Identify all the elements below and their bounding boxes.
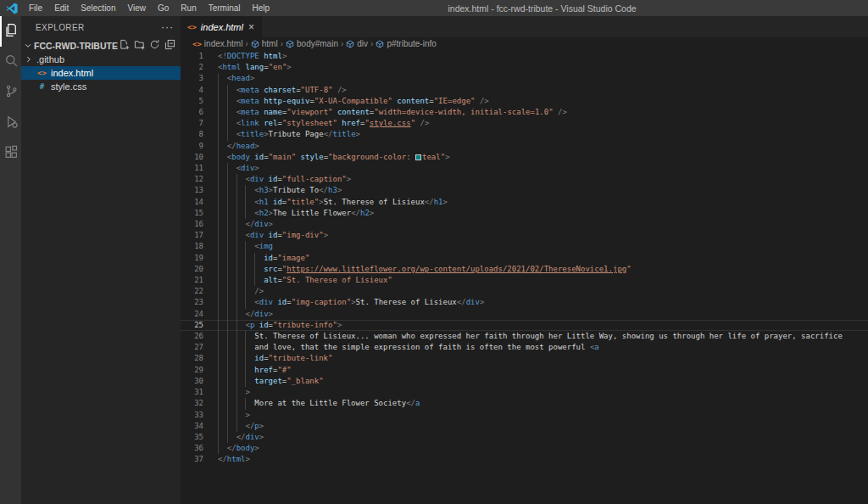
code-line-13[interactable]: 13 <h3>Tribute To</h3> (181, 185, 868, 196)
code-line-1[interactable]: 1<!DOCTYPE html> (181, 51, 868, 62)
indent-guide (236, 387, 246, 398)
breadcrumb-label: html (262, 39, 278, 48)
code-line-37[interactable]: 37</html> (181, 454, 868, 465)
activity-extensions[interactable] (0, 138, 21, 169)
code-line-30[interactable]: 30 target="_blank" (181, 376, 868, 387)
code-line-15[interactable]: 15 <h2>The Little Flower</h2> (181, 208, 868, 219)
code-line-4[interactable]: 4 <meta charset="UTF-8" /> (181, 85, 868, 96)
file-tree-item-index-html[interactable]: <>index.html (21, 66, 181, 80)
code-line-18[interactable]: 18 <img (181, 241, 868, 252)
code-line-3[interactable]: 3 <head> (181, 73, 868, 84)
symbol-cube-icon (286, 40, 294, 48)
new-folder-icon[interactable] (134, 39, 145, 52)
activity-bar (0, 16, 21, 504)
indent-guide (218, 73, 227, 84)
indent-guide (227, 219, 236, 230)
code-line-9[interactable]: 9 </head> (181, 141, 868, 152)
indent-guide (236, 297, 246, 308)
menu-view[interactable]: View (122, 0, 153, 16)
html-file-icon: <> (36, 69, 47, 77)
collapse-all-icon[interactable] (164, 39, 175, 52)
code-line-23[interactable]: 23 <div id="img-caption">St. Therese of … (181, 297, 868, 308)
code-line-21[interactable]: 21 alt="St. Therese of Lisieux" (181, 275, 868, 286)
line-number: 34 (181, 421, 203, 432)
file-tree-item--github[interactable]: .github (21, 53, 181, 66)
code-line-31[interactable]: 31 > (181, 387, 868, 398)
indent-guide (236, 174, 246, 185)
code-line-11[interactable]: 11 <div> (181, 163, 868, 174)
code-line-25[interactable]: 25 <p id="tribute-info"> (181, 320, 868, 331)
indent-guide (245, 197, 254, 208)
breadcrumb-tribute-info[interactable]: p#tribute-info (376, 39, 436, 48)
breadcrumb-file[interactable]: <> index.html (192, 39, 242, 48)
line-number: 33 (181, 410, 203, 421)
code-line-32[interactable]: 32 More at the Little Flower Society</a (181, 398, 868, 409)
indent-guide (236, 275, 246, 286)
vscode-logo-icon (6, 3, 19, 14)
activity-explorer[interactable] (0, 16, 21, 47)
new-file-icon[interactable] (119, 39, 130, 52)
indent-guide (236, 253, 246, 264)
activity-search[interactable] (0, 47, 21, 77)
file-tree-item-style-css[interactable]: #style.css (21, 80, 181, 93)
code-line-12[interactable]: 12 <div id="full-caption"> (181, 174, 868, 185)
activity-run-debug[interactable] (0, 108, 21, 138)
line-content: More at the Little Flower Society</a (218, 398, 420, 409)
code-line-36[interactable]: 36 </body> (181, 443, 868, 454)
indent-guide (245, 342, 254, 353)
menu-help[interactable]: Help (247, 0, 276, 16)
code-line-7[interactable]: 7 <link rel="stylesheet" href="style.css… (181, 118, 868, 129)
code-line-14[interactable]: 14 <h1 id="title">St. Therese of Lisieux… (181, 197, 868, 208)
code-line-17[interactable]: 17 <div id="img-div"> (181, 230, 868, 241)
code-line-28[interactable]: 28 id="tribute-link" (181, 353, 868, 364)
code-line-29[interactable]: 29 href="#" (181, 365, 868, 376)
explorer-section-header[interactable]: FCC-RWD-TRIBUTE (21, 38, 181, 53)
code-editor[interactable]: 1<!DOCTYPE html>2<html lang="en">3 <head… (181, 50, 868, 504)
code-line-35[interactable]: 35 </div> (181, 432, 868, 443)
code-line-27[interactable]: 27 and love, that the simple expression … (181, 342, 868, 353)
window-title: index.html - fcc-rwd-tribute - Visual St… (275, 3, 809, 14)
explorer-toolbar (119, 39, 175, 52)
menu-edit[interactable]: Edit (48, 0, 75, 16)
code-line-10[interactable]: 10 <body id="main" style="background-col… (181, 152, 868, 163)
breadcrumb-html[interactable]: html (251, 39, 278, 48)
indent-guide (236, 365, 246, 376)
code-line-6[interactable]: 6 <meta name="viewport" content="width=d… (181, 107, 868, 118)
menu-go[interactable]: Go (152, 0, 175, 16)
code-line-22[interactable]: 22 /> (181, 286, 868, 297)
code-line-8[interactable]: 8 <title>Tribute Page</title> (181, 129, 868, 140)
code-line-5[interactable]: 5 <meta http-equiv="X-UA-Compatible" con… (181, 96, 868, 107)
code-line-16[interactable]: 16 </div> (181, 219, 868, 230)
indent-guide (227, 253, 236, 264)
indent-guide (218, 387, 227, 398)
indent-guide (227, 85, 236, 96)
activity-source-control[interactable] (0, 77, 21, 108)
code-line-24[interactable]: 24 </div> (181, 309, 868, 320)
refresh-icon[interactable] (149, 39, 160, 52)
breadcrumb-label: index.html (204, 39, 243, 48)
color-swatch-teal[interactable] (415, 154, 421, 160)
explorer-more-actions-icon[interactable]: ··· (161, 21, 174, 33)
code-line-34[interactable]: 34 </p> (181, 421, 868, 432)
line-number: 16 (181, 219, 203, 230)
indent-guide (218, 141, 227, 152)
line-content: <meta charset="UTF-8" /> (218, 85, 347, 96)
code-line-33[interactable]: 33 > (181, 410, 868, 421)
code-line-26[interactable]: 26 St. Therese of Lisieux... woman who e… (181, 331, 868, 342)
line-number: 25 (181, 320, 203, 331)
line-number: 15 (181, 208, 203, 219)
breadcrumb-body-main[interactable]: body#main (286, 39, 338, 48)
menu-selection[interactable]: Selection (75, 0, 121, 16)
indent-guide (227, 129, 236, 140)
menu-run[interactable]: Run (175, 0, 202, 16)
line-number: 27 (181, 342, 203, 353)
code-line-19[interactable]: 19 id="image" (181, 253, 868, 264)
code-line-2[interactable]: 2<html lang="en"> (181, 62, 868, 73)
menu-terminal[interactable]: Terminal (203, 0, 247, 16)
breadcrumb-div[interactable]: div (346, 39, 368, 48)
menu-file[interactable]: File (23, 0, 48, 16)
tab-index-html[interactable]: <> index.html × (181, 16, 262, 37)
close-icon[interactable]: × (248, 21, 255, 33)
code-line-20[interactable]: 20 src="https://www.littleflower.org/wp-… (181, 264, 868, 275)
line-number: 10 (181, 152, 203, 163)
